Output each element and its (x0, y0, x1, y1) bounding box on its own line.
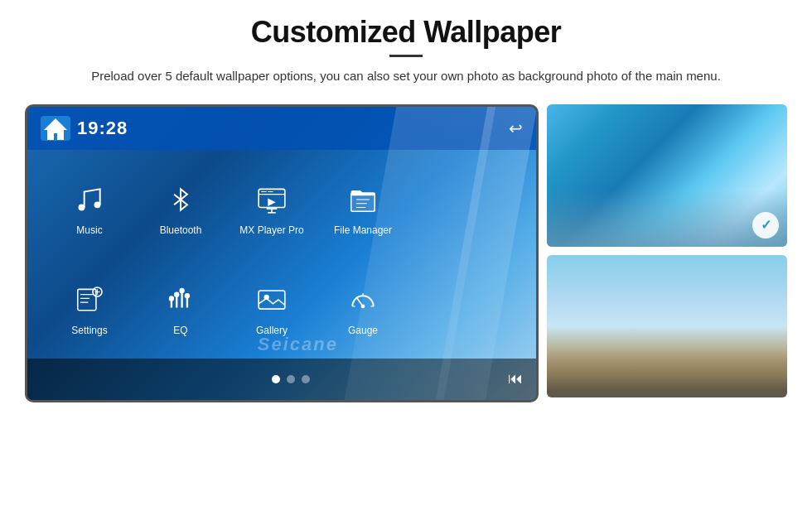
page-description: Preload over 5 default wallpaper options… (91, 67, 721, 86)
dots-container (74, 375, 508, 383)
side-images: ✓ (547, 104, 787, 397)
settings-label: Settings (71, 325, 107, 336)
dot-1[interactable] (272, 375, 280, 383)
file-manager-label: File Manager (334, 224, 392, 236)
app-eq[interactable]: EQ (135, 280, 226, 336)
mx-player-icon (252, 180, 292, 219)
home-icon-box[interactable] (41, 116, 70, 141)
eq-icon (161, 280, 201, 320)
eq-label: EQ (173, 325, 187, 336)
page-container: Customized Wallpaper Preload over 5 defa… (0, 0, 812, 525)
screen-apps: Music Bluetooth (27, 150, 536, 359)
page-title: Customized Wallpaper (251, 15, 562, 50)
bridge-image[interactable] (547, 255, 787, 397)
svg-point-26 (169, 296, 174, 301)
music-icon (70, 180, 109, 219)
screen-bottombar: ⏮ (27, 359, 536, 400)
app-gallery[interactable]: Gallery (226, 280, 317, 336)
gauge-icon (343, 280, 383, 320)
app-gauge[interactable]: Gauge (317, 280, 408, 336)
back-icon[interactable]: ↩ (509, 118, 523, 138)
bluetooth-icon (161, 180, 201, 219)
dot-3[interactable] (302, 375, 310, 383)
svg-rect-30 (259, 291, 285, 309)
svg-rect-11 (351, 193, 375, 211)
gauge-label: Gauge (348, 325, 378, 336)
topbar-time: 19:28 (77, 118, 128, 139)
file-manager-icon (343, 180, 383, 219)
app-file-manager[interactable]: File Manager (317, 180, 408, 236)
content-row: 19:28 ↩ Music (25, 104, 787, 402)
svg-point-28 (179, 288, 184, 293)
topbar-right: ↩ (509, 118, 523, 138)
notification-badge: ✓ (752, 212, 779, 238)
app-settings[interactable]: Settings (44, 280, 135, 336)
topbar-left: 19:28 (41, 116, 128, 141)
svg-point-1 (79, 205, 85, 211)
mx-player-label: MX Player Pro (239, 224, 303, 236)
app-mx-player[interactable]: MX Player Pro (226, 180, 317, 236)
screen-background: 19:28 ↩ Music (27, 107, 536, 400)
svg-point-27 (174, 292, 179, 297)
app-row-2: Settings (44, 280, 520, 336)
svg-marker-0 (44, 118, 67, 140)
svg-marker-7 (268, 198, 276, 206)
app-bluetooth[interactable]: Bluetooth (135, 180, 226, 236)
bluetooth-label: Bluetooth (160, 224, 202, 236)
svg-point-29 (185, 293, 190, 298)
app-row-1: Music Bluetooth (44, 180, 520, 236)
car-screen: 19:28 ↩ Music (25, 104, 539, 402)
skip-prev-icon: ⏮ (508, 370, 523, 387)
home-icon (41, 113, 70, 143)
screen-topbar: 19:28 ↩ (27, 107, 536, 150)
dot-2[interactable] (287, 375, 295, 383)
title-divider (389, 55, 423, 57)
watermark: Seicane (258, 334, 338, 355)
gallery-icon (252, 280, 292, 320)
svg-point-33 (361, 305, 365, 309)
ice-cave-image[interactable]: ✓ (547, 104, 787, 247)
skip-prev-button[interactable]: ⏮ (508, 370, 523, 388)
music-label: Music (76, 224, 102, 236)
settings-icon (70, 280, 109, 320)
svg-point-2 (94, 201, 101, 208)
app-music[interactable]: Music (44, 180, 135, 236)
